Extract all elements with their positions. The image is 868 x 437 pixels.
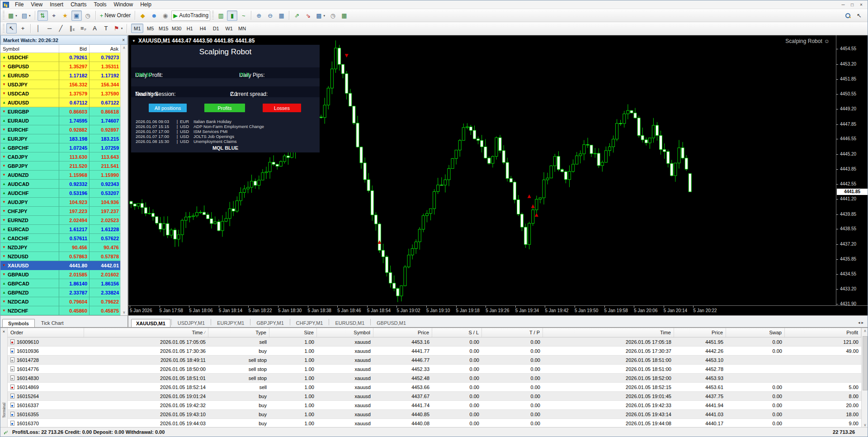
smiley-icon[interactable]: ☺ [824,38,830,44]
chart-tab-eurusd-m1[interactable]: EURUSD,M1 [330,318,369,327]
market-watch-row-xauusd[interactable]: ▼XAUUSD4441.804442.01 [0,261,121,270]
column-header-profit-11[interactable]: Profit [785,328,861,337]
column-header-symbol-4[interactable]: Symbol [317,328,373,337]
timeframe-m1[interactable]: M1 [131,24,143,33]
autotrading-button[interactable]: ▶AutoTrading [171,10,210,21]
market-watch-row-usdjpy[interactable]: ▼USDJPY156.332156.344 [0,80,121,89]
market-watch-row-nzdusd[interactable]: ▼NZDUSD0.578630.57878 [0,252,121,261]
market-watch-row-eurusd[interactable]: ▲EURUSD1.171821.17192 [0,71,121,80]
market-watch-row-eurcad[interactable]: ▲EURCAD1.612171.61228 [0,225,121,234]
menu-view[interactable]: View [27,1,46,8]
timeframe-mn[interactable]: MN [236,24,248,33]
profits-button[interactable]: Profits [204,104,245,112]
price-axis[interactable]: 4454.554453.204451.854450.554449.204447.… [836,35,868,305]
market-watch-row-usdcad[interactable]: ▼USDCAD1.375791.37590 [0,89,121,98]
order-row-16016355[interactable]: 160163552026.01.05 19:43:10buy1.00xauusd… [8,410,861,419]
zoom-in[interactable]: ⊕ [254,10,264,21]
market-watch-row-gbpaud[interactable]: ▼GBPAUD2.015852.01602 [0,270,121,279]
zoom-out[interactable]: ⊖ [265,10,275,21]
market-watch-row-usdchf[interactable]: ▲USDCHF0.792610.79273 [0,53,121,62]
market-watch-scrollbar[interactable]: ∧ ∨ [120,45,127,315]
column-header-price-5[interactable]: Price [373,328,432,337]
toolbar-grip[interactable] [212,11,214,20]
market-watch-row-nzdchf[interactable]: ▼NZDCHF0.458600.45875 [0,306,121,315]
timeframe-h1[interactable]: H1 [184,24,196,33]
market-watch-row-gbpusd[interactable]: ▼GBPUSD1.352971.35311 [0,62,121,71]
shapes-tool[interactable]: ⚑▾ [112,23,124,33]
pointer-tool[interactable]: ↖ [854,10,864,21]
trendline-tool[interactable]: ╱ [56,23,66,33]
column-header-sl-6[interactable]: S / L [432,328,482,337]
order-row-16014776[interactable]: 160147762026.01.05 18:50:00sell stop1.00… [8,365,861,374]
community[interactable]: ☻ [149,10,159,21]
market-watch-row-eurgbp[interactable]: ▼EURGBP0.866030.86618 [0,107,121,116]
market-watch-row-eurjpy[interactable]: ▲EURJPY183.198183.215 [0,134,121,143]
chart-tab-gbpusd-m1[interactable]: GBPUSD,M1 [372,318,411,327]
order-row-16015264[interactable]: 160152642026.01.05 19:01:24buy1.00xauusd… [8,392,861,401]
market-watch-row-gbpjpy[interactable]: ▼GBPJPY211.520211.541 [0,162,121,171]
bar-chart-mode[interactable]: ▥ [216,10,226,21]
all-positions-button[interactable]: All positions [149,104,187,112]
data-window-toggle[interactable]: ⌖ [49,10,59,21]
column-ask[interactable]: Ask [90,45,121,52]
tab-scroll-arrows[interactable]: ◂▸ [858,320,868,327]
close-icon[interactable]: × [0,329,7,334]
timeframe-m15[interactable]: M15 [157,24,170,33]
maximize-button[interactable]: □ [849,2,856,7]
timeframe-h4[interactable]: H4 [197,24,209,33]
navigator-toggle[interactable]: ★ [60,10,71,21]
timeframe-w1[interactable]: W1 [223,24,235,33]
column-header-price-9[interactable]: Price [674,328,726,337]
fibonacci-tool[interactable]: ≡F [78,23,89,33]
channel-tool[interactable]: ∥E [67,23,77,33]
market-watch-row-eurnzd[interactable]: ▼EURNZD2.024942.02523 [0,216,121,225]
order-row-16009610[interactable]: 160096102026.01.05 17:05:05sell1.00xauus… [8,337,861,347]
menu-insert[interactable]: Insert [46,1,67,8]
terminal-scrollbar[interactable]: ∧ ∨ [861,328,868,428]
chart-tab-eurjpy-m1[interactable]: EURJPY,M1 [212,318,249,327]
indicators[interactable]: ⇗ [292,10,302,21]
market-watch-row-audjpy[interactable]: ▼AUDJPY104.923104.936 [0,198,121,207]
cursor-tool[interactable]: ↖ [6,23,17,33]
column-header-time-1[interactable]: Time∕ [84,328,208,337]
time-axis[interactable]: 5 Jan 20265 Jan 17:585 Jan 18:065 Jan 18… [128,305,868,315]
market-watch-row-audusd[interactable]: ▲AUDUSD0.671120.67122 [0,98,121,107]
column-header-tp-7[interactable]: T / P [482,328,543,337]
broadcast[interactable]: ◉ [160,10,170,21]
menu-help[interactable]: Help [137,1,155,8]
market-watch-row-nzdjpy[interactable]: ▼NZDJPY90.45690.476 [0,243,121,252]
market-watch-row-audnzd[interactable]: ▼AUDNZD1.159681.15990 [0,171,121,180]
templates[interactable]: ▦ [339,10,349,21]
market-watch-row-cadchf[interactable]: ▲CADCHF0.576110.57622 [0,234,121,243]
tab-tick-chart[interactable]: Tick Chart [35,318,70,327]
minimize-button[interactable]: ─ [840,2,847,7]
tab-symbols[interactable]: Symbols [2,319,35,328]
column-header-order-0[interactable]: Order [8,328,84,337]
scroll-up-icon[interactable]: ∧ [121,46,127,50]
strategy-tester[interactable]: ◷ [83,10,93,21]
market-watch-row-cadjpy[interactable]: ▼CADJPY113.630113.643 [0,152,121,162]
one-click-trading-icon[interactable]: ▼ [132,39,136,43]
close-icon[interactable]: × [122,38,125,43]
menu-window[interactable]: Window [110,1,137,8]
tile-windows[interactable]: ▦ [276,10,287,21]
column-header-time-8[interactable]: Time [543,328,674,337]
scroll-down-icon[interactable]: ∨ [121,310,127,314]
market-watch-row-chfjpy[interactable]: ▼CHFJPY197.223197.237 [0,207,121,216]
chart-tab-usdjpy-m1[interactable]: USDJPY,M1 [173,318,210,327]
market-watch-toggle[interactable]: ⇅ [38,10,48,21]
line-chart-mode[interactable]: ~ [238,10,249,21]
scrollbar-thumb[interactable] [863,336,868,390]
order-row-16016337[interactable]: 160163372026.01.05 19:42:32buy1.00xauusd… [8,401,861,410]
new-order-button[interactable]: +New Order [98,10,133,21]
market-watch-row-audcad[interactable]: ▲AUDCAD0.923320.92343 [0,180,121,189]
profiles[interactable]: ▤▾ [20,10,33,21]
chart-window[interactable]: ▼ XAUUSD,M1 4443.47 4443.50 4441.85 4441… [128,35,868,327]
metaeditor[interactable]: ◆ [137,10,148,21]
order-row-16014869[interactable]: 160148692026.01.05 18:52:14sell1.00xauus… [8,383,861,392]
candlestick-mode[interactable]: ▮ [227,10,237,21]
market-watch-row-gbpnzd[interactable]: ▲GBPNZD2.337872.33824 [0,288,121,297]
close-button[interactable]: × [858,2,865,7]
column-header-size-3[interactable]: Size [269,328,317,337]
menu-file[interactable]: File [11,1,27,8]
